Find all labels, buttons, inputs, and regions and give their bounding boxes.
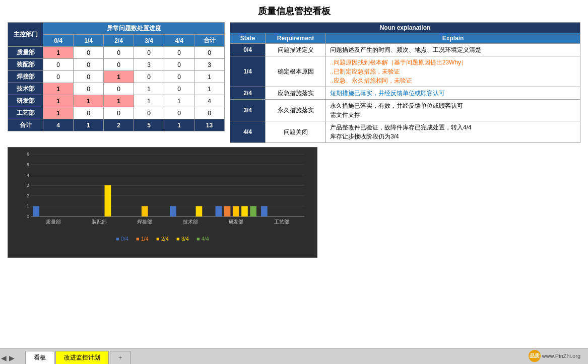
tab-kanban[interactable]: 看板 xyxy=(25,351,54,364)
svg-text:装配部: 装配部 xyxy=(92,219,106,225)
left-cell-1-5: 3 xyxy=(194,59,225,71)
dept-cell-2: 焊接部 xyxy=(8,71,43,83)
legend-item-3/4: ■ 3/4 xyxy=(176,236,189,242)
left-cell-4-5: 4 xyxy=(194,95,225,107)
legend-label-4/4: ■ 4/4 xyxy=(197,236,209,242)
svg-text:2: 2 xyxy=(27,193,29,198)
main-container: 质量信息管控看板 主控部门 异常问题数处置进度 0/4 1/4 2/4 xyxy=(0,0,588,364)
right-state-2: 2/4 xyxy=(230,87,266,100)
left-cell-2-5: 1 xyxy=(194,71,225,83)
dept-cell-3: 技术部 xyxy=(8,83,43,95)
svg-text:工艺部: 工艺部 xyxy=(274,219,289,225)
col-header-14: 1/4 xyxy=(74,35,104,47)
total-dept-cell: 合计 xyxy=(8,119,43,131)
left-cell-0-4: 0 xyxy=(164,47,194,59)
col-header-24: 2/4 xyxy=(104,35,134,47)
logo-text: www.PinZhi.org xyxy=(542,353,580,359)
svg-rect-28 xyxy=(250,206,256,216)
chart-legend: ■ 0/4■ 1/4■ 2/4■ 3/4■ 4/4 xyxy=(16,236,309,242)
left-cell-0-0: 1 xyxy=(43,47,74,59)
left-cell-0-1: 0 xyxy=(74,47,104,59)
total-cell-1: 1 xyxy=(74,119,104,131)
nav-left[interactable]: ◀ xyxy=(1,354,7,362)
svg-rect-15 xyxy=(33,206,39,216)
nav-arrows: ◀ ▶ xyxy=(1,354,15,362)
legend-item-1/4: ■ 1/4 xyxy=(136,236,149,242)
nav-right[interactable]: ▶ xyxy=(9,354,15,362)
svg-rect-17 xyxy=(105,185,111,216)
svg-rect-30 xyxy=(261,206,268,216)
left-cell-3-0: 1 xyxy=(43,83,74,95)
svg-text:焊接部: 焊接部 xyxy=(137,219,152,225)
dept-cell-1: 装配部 xyxy=(8,59,43,71)
right-state-1: 1/4 xyxy=(230,56,266,87)
total-cell-0: 4 xyxy=(43,119,74,131)
right-explain-0: 问题描述及产生的时间、频次、地点、工况环境定义清楚 xyxy=(326,44,580,56)
svg-rect-27 xyxy=(241,206,248,216)
left-cell-2-0: 0 xyxy=(43,71,74,83)
left-cell-5-0: 1 xyxy=(43,107,74,119)
bar-chart: 0123456质量部装配部焊接部技术部研发部工艺部 xyxy=(16,152,309,232)
right-state-3: 3/4 xyxy=(230,100,266,121)
tab-add[interactable]: + xyxy=(110,351,130,364)
left-cell-4-1: 1 xyxy=(74,95,104,107)
left-cell-4-0: 1 xyxy=(43,95,74,107)
left-table: 主控部门 异常问题数处置进度 0/4 1/4 2/4 3/4 4/4 合计 xyxy=(8,22,225,131)
dept-cell-4: 研发部 xyxy=(8,95,43,107)
left-cell-5-3: 0 xyxy=(134,107,164,119)
right-header-main: Noun explanation xyxy=(230,23,580,33)
svg-text:研发部: 研发部 xyxy=(229,219,243,225)
right-explain-3: 永久措施已落实，有效，并经反馈单位或顾客认可需文件支撑 xyxy=(326,100,580,121)
right-req-4: 问题关闭 xyxy=(266,121,326,143)
col-header-44: 4/4 xyxy=(164,35,194,47)
left-cell-2-2: 1 xyxy=(104,71,134,83)
right-col-state: State xyxy=(230,33,266,44)
legend-label-1/4: ■ 1/4 xyxy=(136,236,149,242)
left-cell-0-2: 0 xyxy=(104,47,134,59)
header-dept: 主控部门 xyxy=(8,23,43,47)
left-cell-3-4: 0 xyxy=(164,83,194,95)
left-cell-1-0: 0 xyxy=(43,59,74,71)
right-state-0: 0/4 xyxy=(230,44,266,56)
left-cell-2-1: 0 xyxy=(74,71,104,83)
svg-text:0: 0 xyxy=(27,214,29,219)
left-cell-5-2: 0 xyxy=(104,107,134,119)
left-cell-3-2: 0 xyxy=(104,83,134,95)
col-header-04: 0/4 xyxy=(43,35,74,47)
chart-area: 0123456质量部装配部焊接部技术部研发部工艺部 ■ 0/4■ 1/4■ 2/… xyxy=(8,147,317,258)
svg-rect-25 xyxy=(224,206,231,216)
legend-label-0/4: ■ 0/4 xyxy=(116,236,128,242)
dept-cell-5: 工艺部 xyxy=(8,107,43,119)
total-cell-5: 13 xyxy=(194,119,225,131)
svg-rect-22 xyxy=(196,206,203,216)
legend-item-0/4: ■ 0/4 xyxy=(116,236,128,242)
right-col-requirement: Requirement xyxy=(266,33,326,44)
col-header-total: 合计 xyxy=(194,35,225,47)
svg-text:6: 6 xyxy=(27,152,29,157)
right-explain-1: ..问题原因找到根本解（基于问题原因提出23Why）..已制定应急措施，未验证.… xyxy=(326,56,580,87)
left-cell-5-5: 0 xyxy=(194,107,225,119)
svg-text:3: 3 xyxy=(27,183,29,188)
left-cell-1-3: 3 xyxy=(134,59,164,71)
page-title: 质量信息管控看板 xyxy=(8,5,580,17)
left-cell-4-2: 1 xyxy=(104,95,134,107)
left-cell-1-1: 0 xyxy=(74,59,104,71)
svg-text:质量部: 质量部 xyxy=(46,219,60,225)
tables-row: 主控部门 异常问题数处置进度 0/4 1/4 2/4 3/4 4/4 合计 xyxy=(8,22,580,143)
svg-text:5: 5 xyxy=(27,162,29,167)
dept-cell-0: 质量部 xyxy=(8,47,43,59)
left-cell-4-4: 1 xyxy=(164,95,194,107)
right-explain-2: 短期措施已落实，并经反馈单位或顾客认可 xyxy=(326,87,580,100)
logo-icon: 品质 xyxy=(529,350,541,362)
svg-rect-26 xyxy=(233,206,239,216)
left-cell-5-4: 0 xyxy=(164,107,194,119)
left-cell-3-5: 1 xyxy=(194,83,225,95)
svg-text:1: 1 xyxy=(27,203,29,208)
tab-improvement[interactable]: 改进监控计划 xyxy=(55,351,109,364)
left-cell-0-3: 0 xyxy=(134,47,164,59)
total-cell-3: 5 xyxy=(134,119,164,131)
right-state-4: 4/4 xyxy=(230,121,266,143)
left-cell-5-1: 0 xyxy=(74,107,104,119)
right-req-3: 永久措施落实 xyxy=(266,100,326,121)
legend-label-3/4: ■ 3/4 xyxy=(176,236,189,242)
